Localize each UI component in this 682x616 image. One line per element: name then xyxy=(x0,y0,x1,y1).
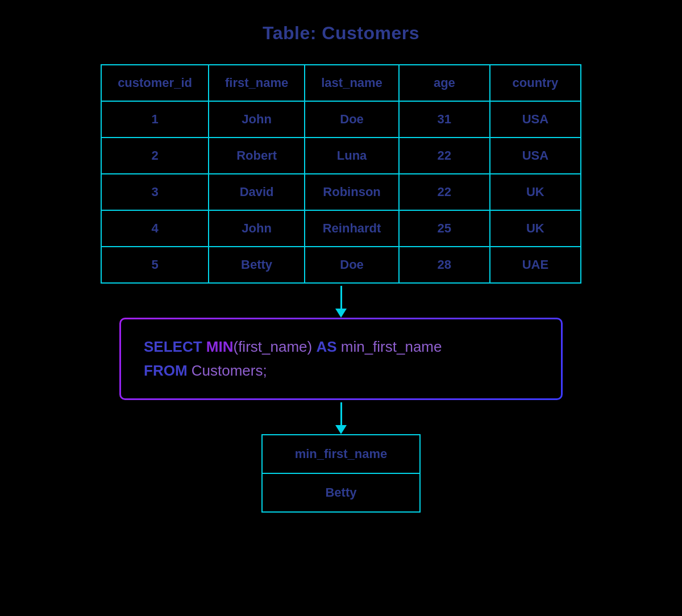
sql-alias: min_first_name xyxy=(337,338,442,355)
table-row: 4 John Reinhardt 25 UK xyxy=(101,210,581,247)
cell-age: 28 xyxy=(399,247,490,283)
cell-country: USA xyxy=(490,138,581,174)
cell-id: 5 xyxy=(101,247,209,283)
cell-id: 1 xyxy=(101,101,209,138)
col-header-customer-id: customer_id xyxy=(101,65,209,101)
sql-function-arg: (first_name) xyxy=(233,338,316,355)
page-container: Table: Customers customer_id first_name … xyxy=(0,0,682,616)
cell-id: 3 xyxy=(101,174,209,210)
result-value: Betty xyxy=(262,473,420,512)
result-col-header: min_first_name xyxy=(262,435,420,473)
result-row: Betty xyxy=(262,473,420,512)
cell-country: UK xyxy=(490,174,581,210)
sql-query-box: SELECT MIN(first_name) AS min_first_name… xyxy=(119,318,563,400)
arrow-head-2 xyxy=(335,425,347,434)
result-table: min_first_name Betty xyxy=(261,434,421,513)
cell-last-name: Luna xyxy=(305,138,399,174)
sql-min-function: MIN xyxy=(206,338,234,355)
arrow-line-1 xyxy=(340,286,342,309)
arrow-to-result xyxy=(335,400,347,434)
cell-country: UAE xyxy=(490,247,581,283)
col-header-age: age xyxy=(399,65,490,101)
arrow-head-1 xyxy=(335,309,347,318)
cell-first-name: John xyxy=(209,210,305,247)
sql-select-keyword: SELECT xyxy=(144,338,206,355)
customers-table: customer_id first_name last_name age cou… xyxy=(101,64,581,284)
sql-table-name: Customers; xyxy=(188,362,267,379)
page-title: Table: Customers xyxy=(263,23,419,44)
table-row: 2 Robert Luna 22 USA xyxy=(101,138,581,174)
arrow-to-sql xyxy=(335,284,347,318)
sql-line-2: FROM Customers; xyxy=(144,359,538,383)
table-row: 3 David Robinson 22 UK xyxy=(101,174,581,210)
table-row: 5 Betty Doe 28 UAE xyxy=(101,247,581,283)
sql-line-1: SELECT MIN(first_name) AS min_first_name xyxy=(144,335,538,359)
cell-first-name: Robert xyxy=(209,138,305,174)
sql-as-keyword: AS xyxy=(316,338,336,355)
cell-last-name: Reinhardt xyxy=(305,210,399,247)
table-row: 1 John Doe 31 USA xyxy=(101,101,581,138)
col-header-country: country xyxy=(490,65,581,101)
cell-id: 2 xyxy=(101,138,209,174)
cell-age: 22 xyxy=(399,138,490,174)
col-header-first-name: first_name xyxy=(209,65,305,101)
cell-age: 25 xyxy=(399,210,490,247)
col-header-last-name: last_name xyxy=(305,65,399,101)
cell-last-name: Doe xyxy=(305,101,399,138)
cell-last-name: Doe xyxy=(305,247,399,283)
cell-id: 4 xyxy=(101,210,209,247)
cell-country: USA xyxy=(490,101,581,138)
cell-first-name: Betty xyxy=(209,247,305,283)
cell-country: UK xyxy=(490,210,581,247)
cell-age: 22 xyxy=(399,174,490,210)
arrow-line-2 xyxy=(340,402,342,425)
cell-first-name: John xyxy=(209,101,305,138)
cell-first-name: David xyxy=(209,174,305,210)
cell-last-name: Robinson xyxy=(305,174,399,210)
sql-from-keyword: FROM xyxy=(144,362,188,379)
cell-age: 31 xyxy=(399,101,490,138)
